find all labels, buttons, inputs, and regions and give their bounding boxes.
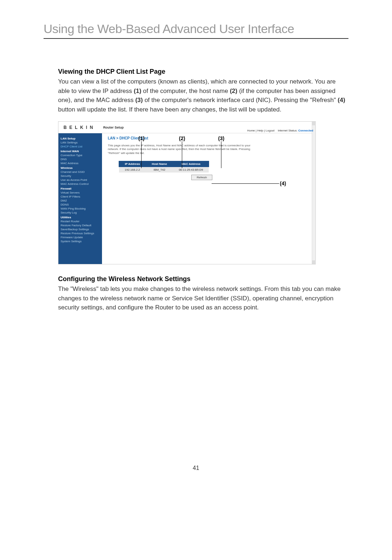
- sidebar-item[interactable]: Client IP Filters: [61, 195, 101, 198]
- router-setup-label: Router Setup: [99, 126, 124, 129]
- main-content: LAN > DHCP Client List This page shows y…: [102, 133, 315, 264]
- sidebar-item[interactable]: Security Log: [61, 211, 101, 214]
- sidebar-item[interactable]: Connection Type: [61, 154, 101, 157]
- page-number: 41: [44, 465, 348, 471]
- sidebar-group-head: Wireless: [61, 166, 101, 170]
- sidebar-group-head: Utilities: [61, 216, 101, 219]
- belkin-logo: B E L K I N: [58, 125, 99, 130]
- sidebar-item[interactable]: Security: [61, 174, 101, 178]
- sidebar-item[interactable]: LAN Settings: [61, 141, 101, 144]
- callout-2: (2): [179, 135, 185, 141]
- sidebar-item[interactable]: System Settings: [61, 240, 101, 243]
- section1-heading: Viewing the DHCP Client List Page: [58, 68, 348, 76]
- sidebar-item[interactable]: DDNS: [61, 203, 101, 206]
- sidebar-item[interactable]: Restore Factory Default: [61, 224, 101, 227]
- refresh-button[interactable]: Refresh: [191, 175, 212, 180]
- sidebar-item[interactable]: Save/Backup Settings: [61, 228, 101, 231]
- sidebar-group-head: Firewall: [61, 187, 101, 190]
- sidebar-item[interactable]: Use as Access Point: [61, 178, 101, 182]
- sidebar-group-head: LAN Setup: [61, 137, 101, 140]
- table-header: Host Name: [146, 161, 173, 167]
- internet-status-value: Connected: [298, 129, 313, 132]
- sidebar-group-head: Internet WAN: [61, 150, 101, 153]
- table-row: 192.168.2.2IBM_T4200:11:25:43:B5:D9: [119, 167, 209, 173]
- sidebar-item[interactable]: MAC Address Control: [61, 182, 101, 186]
- dhcp-client-table: IP AddressHost NameMAC Address 192.168.2…: [119, 161, 209, 173]
- section2-text: The "Wireless" tab lets you make changes…: [58, 284, 348, 312]
- sidebar-item[interactable]: Channel and SSID: [61, 170, 101, 174]
- sidebar-item[interactable]: MAC Address: [61, 162, 101, 165]
- router-screenshot: B E L K I N Router Setup Home | Help | L…: [58, 121, 316, 264]
- section2-heading: Configuring the Wireless Network Setting…: [58, 275, 348, 283]
- section1-text: You can view a list of the computers (kn…: [58, 77, 348, 114]
- sidebar-nav: LAN SetupLAN SettingsDHCP Client ListInt…: [58, 133, 102, 264]
- sidebar-item[interactable]: Firmware Update: [61, 236, 101, 239]
- sidebar-item[interactable]: DMZ: [61, 199, 101, 202]
- table-cell: 00:11:25:43:B5:D9: [173, 167, 209, 173]
- table-header: IP Address: [119, 161, 146, 167]
- table-cell: 192.168.2.2: [119, 167, 146, 173]
- sidebar-item[interactable]: WAN Ping Blocking: [61, 207, 101, 210]
- sidebar-item[interactable]: Restart Router: [61, 220, 101, 223]
- page-title: Using the Web-Based Advanced User Interf…: [44, 22, 348, 39]
- table-header: MAC Address: [173, 161, 209, 167]
- sidebar-item[interactable]: Restore Previous Settings: [61, 232, 101, 235]
- sidebar-item[interactable]: DNS: [61, 158, 101, 161]
- page-description: This page shows you the IP address, Host…: [108, 144, 253, 155]
- sidebar-item[interactable]: Virtual Servers: [61, 191, 101, 194]
- top-links[interactable]: Home | Help | Logout: [247, 129, 274, 132]
- table-cell: IBM_T42: [146, 167, 173, 173]
- callout-4: (4): [280, 180, 286, 186]
- sidebar-item[interactable]: DHCP Client List: [61, 145, 101, 148]
- top-right-nav: Home | Help | Logout Internet Status: Co…: [247, 129, 313, 132]
- callout-1: (1): [138, 135, 144, 141]
- callout-3: (3): [218, 135, 224, 141]
